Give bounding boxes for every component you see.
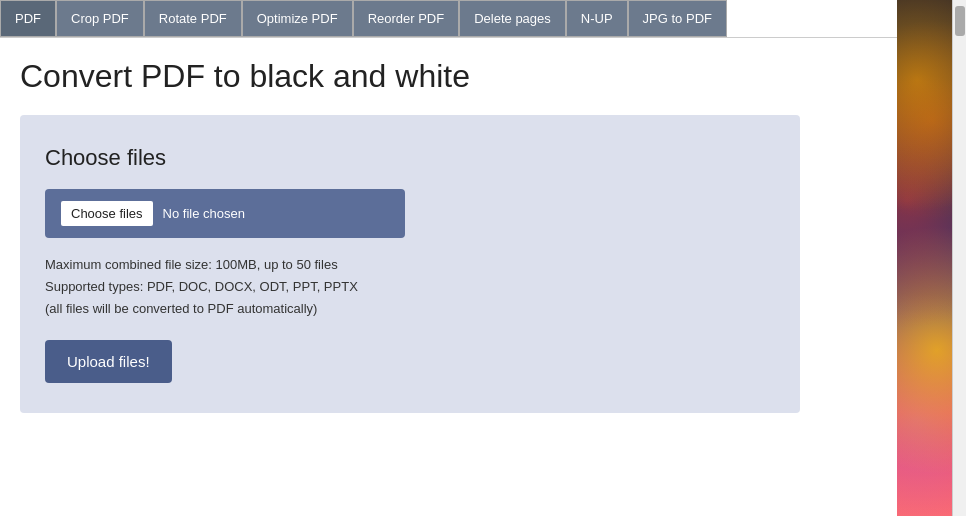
sidebar-decorative-image (897, 0, 952, 516)
nav-item-rotate-pdf[interactable]: Rotate PDF (144, 0, 242, 37)
upload-files-button[interactable]: Upload files! (45, 340, 172, 383)
upload-box: Choose files Choose files No file chosen… (20, 115, 800, 413)
info-line-3: (all files will be converted to PDF auto… (45, 298, 775, 320)
nav-item-optimize-pdf[interactable]: Optimize PDF (242, 0, 353, 37)
no-file-label: No file chosen (163, 206, 245, 221)
page-title: Convert PDF to black and white (20, 58, 877, 95)
info-line-2: Supported types: PDF, DOC, DOCX, ODT, PP… (45, 276, 775, 298)
page-body: Convert PDF to black and white Choose fi… (0, 38, 897, 516)
nav-item-n-up[interactable]: N-UP (566, 0, 628, 37)
file-input-wrapper: Choose files No file chosen (45, 189, 405, 238)
nav-item-pdf[interactable]: PDF (0, 0, 56, 37)
scrollbar[interactable] (952, 0, 966, 516)
choose-files-button[interactable]: Choose files (61, 201, 153, 226)
nav-item-jpg-to-pdf[interactable]: JPG to PDF (628, 0, 727, 37)
nav-item-crop-pdf[interactable]: Crop PDF (56, 0, 144, 37)
nav-bar: PDF Crop PDF Rotate PDF Optimize PDF Reo… (0, 0, 897, 38)
file-info-text: Maximum combined file size: 100MB, up to… (45, 254, 775, 320)
nav-item-delete-pages[interactable]: Delete pages (459, 0, 566, 37)
main-content: PDF Crop PDF Rotate PDF Optimize PDF Reo… (0, 0, 897, 516)
scrollbar-thumb[interactable] (955, 6, 965, 36)
upload-section-title: Choose files (45, 145, 775, 171)
nav-item-reorder-pdf[interactable]: Reorder PDF (353, 0, 460, 37)
info-line-1: Maximum combined file size: 100MB, up to… (45, 254, 775, 276)
